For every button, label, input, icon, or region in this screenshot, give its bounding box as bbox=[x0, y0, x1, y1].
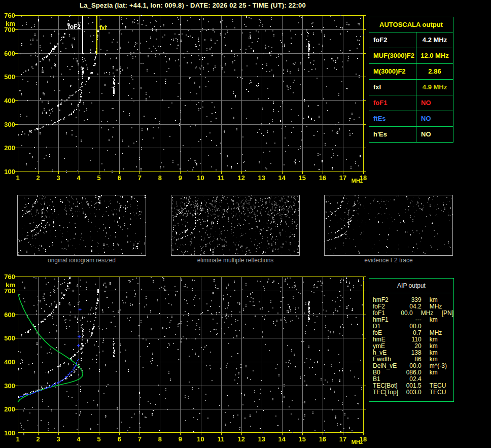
panel-original-ionogram bbox=[17, 195, 146, 256]
y-tick-label: 300 bbox=[0, 121, 15, 128]
x-tick-label: 1 bbox=[9, 175, 26, 182]
aip-row: TEC[Top]003.0TECU bbox=[369, 389, 453, 396]
x-tick-label: 4 bbox=[70, 436, 87, 443]
x-axis-unit-label: MHz bbox=[352, 439, 363, 445]
aip-output-table: AIP output hmF2339kmfoF204.2MHzfoF100.0M… bbox=[369, 278, 454, 402]
parameter-value: NO bbox=[416, 127, 453, 142]
y-tick-label: 600 bbox=[0, 50, 15, 57]
parameter-value: NO bbox=[416, 95, 453, 111]
y-tick-label: 200 bbox=[0, 406, 15, 413]
ionogram-bottom-plot bbox=[14, 277, 367, 436]
x-tick-label: 16 bbox=[314, 175, 331, 182]
x-tick-label: 10 bbox=[192, 436, 209, 443]
aip-parameter-name: TEC[Top] bbox=[369, 389, 400, 396]
aip-parameter-note: [PN] bbox=[442, 310, 453, 317]
aip-parameter-unit: km bbox=[430, 317, 453, 323]
y-tick-label: 200 bbox=[0, 145, 15, 152]
x-tick-label: 3 bbox=[50, 436, 67, 443]
panel-caption-evidence: evidence F2 trace bbox=[324, 257, 453, 264]
autoscala-window: { "header": { "title": "La_Spezia (lat: … bbox=[0, 0, 491, 448]
y-tick-label: 300 bbox=[0, 383, 15, 390]
x-tick-label: 2 bbox=[29, 436, 47, 443]
parameter-name: MUF(3000)F2 bbox=[369, 48, 416, 63]
x-tick-label: 7 bbox=[131, 436, 148, 443]
aip-parameter-value: 00.0 bbox=[396, 310, 413, 317]
x-axis-unit-label: MHz bbox=[352, 178, 363, 184]
autoscala-row: foF1NO bbox=[369, 95, 453, 111]
x-tick-label: 1 bbox=[9, 436, 26, 443]
x-tick-label: 4 bbox=[70, 175, 87, 182]
x-tick-label: 10 bbox=[192, 175, 209, 182]
parameter-value: 4.2 MHz bbox=[416, 32, 453, 48]
autoscala-row: M(3000)F22.86 bbox=[369, 64, 453, 80]
x-tick-label: 3 bbox=[50, 175, 67, 182]
x-tick-label: 14 bbox=[273, 175, 291, 182]
autoscala-row: foF24.2 MHz bbox=[369, 32, 453, 48]
x-tick-label: 17 bbox=[334, 175, 352, 182]
y-tick-label: 500 bbox=[0, 335, 15, 342]
y-tick-label: 760 bbox=[0, 12, 15, 19]
parameter-value: 4.9 MHz bbox=[416, 80, 453, 95]
y-tick-label: 760 bbox=[0, 273, 15, 281]
parameter-value: 2.86 bbox=[416, 64, 453, 79]
x-tick-label: 11 bbox=[213, 175, 230, 182]
parameter-name: foF1 bbox=[369, 95, 416, 111]
parameter-name: h'Es bbox=[369, 127, 416, 142]
x-tick-label: 15 bbox=[294, 436, 311, 443]
x-tick-label: 16 bbox=[314, 436, 331, 443]
eliminate-reflections-canvas bbox=[171, 195, 299, 255]
autoscala-row: ftEsNO bbox=[369, 111, 453, 127]
aip-table-title: AIP output bbox=[369, 279, 453, 293]
y-tick-label: 500 bbox=[0, 74, 15, 81]
panel-eliminate-reflections bbox=[171, 195, 300, 256]
y-tick-label: 400 bbox=[0, 359, 15, 366]
y-tick-label: 700 bbox=[0, 288, 15, 295]
x-tick-label: 2 bbox=[29, 175, 47, 182]
x-tick-label: 6 bbox=[111, 436, 128, 443]
x-tick-label: 9 bbox=[171, 175, 189, 182]
y-tick-label: 400 bbox=[0, 97, 15, 105]
x-tick-label: 14 bbox=[273, 436, 291, 443]
x-tick-label: 5 bbox=[90, 436, 108, 443]
x-tick-label: 17 bbox=[334, 436, 352, 443]
y-axis-unit-label: km bbox=[0, 282, 15, 289]
autoscala-row: MUF(3000)F212.0 MHz bbox=[369, 48, 453, 64]
autoscala-table-rows: foF24.2 MHzMUF(3000)F212.0 MHzM(3000)F22… bbox=[369, 32, 453, 142]
x-tick-label: 13 bbox=[253, 436, 270, 443]
x-tick-label: 12 bbox=[233, 175, 250, 182]
y-axis-unit-label: km bbox=[0, 20, 15, 27]
autoscala-row: fxI4.9 MHz bbox=[369, 80, 453, 95]
evidence-f2-trace-canvas bbox=[325, 195, 452, 255]
y-tick-label: 700 bbox=[0, 26, 15, 33]
autoscala-output-table: AUTOSCALA output foF24.2 MHzMUF(3000)F21… bbox=[369, 17, 453, 143]
aip-table-rows: hmF2339kmfoF204.2MHzfoF100.0MHz[PN]hmF1-… bbox=[369, 293, 453, 396]
x-tick-label: 8 bbox=[151, 175, 168, 182]
panel-caption-original: original ionogram resized bbox=[17, 257, 146, 264]
x-tick-label: 5 bbox=[90, 175, 108, 182]
autoscala-row: h'EsNO bbox=[369, 127, 453, 142]
x-tick-label: 6 bbox=[111, 175, 128, 182]
parameter-name: ftEs bbox=[369, 111, 416, 126]
parameter-value: 12.0 MHz bbox=[416, 48, 453, 63]
original-ionogram-canvas bbox=[18, 195, 146, 255]
panel-evidence-f2-trace bbox=[324, 195, 453, 256]
parameter-name: M(3000)F2 bbox=[369, 64, 416, 79]
parameter-value: NO bbox=[416, 111, 453, 126]
x-tick-label: 11 bbox=[213, 436, 230, 443]
y-tick-label: 600 bbox=[0, 312, 15, 319]
x-tick-label: 13 bbox=[253, 175, 270, 182]
aip-parameter-unit: km bbox=[430, 369, 453, 376]
aip-parameter-value: 003.0 bbox=[400, 389, 421, 396]
panel-caption-eliminate: eliminate multiple reflections bbox=[171, 257, 300, 264]
x-tick-label: 7 bbox=[131, 175, 148, 182]
parameter-name: foF2 bbox=[369, 32, 416, 48]
ionogram-top-plot bbox=[14, 15, 367, 175]
page-title: La_Spezia (lat: +44.1, lon: 009.8) - DAT… bbox=[20, 2, 365, 9]
autoscala-table-title: AUTOSCALA output bbox=[369, 17, 453, 32]
x-tick-label: 9 bbox=[171, 436, 189, 443]
parameter-name: fxI bbox=[369, 80, 416, 95]
x-tick-label: 15 bbox=[294, 175, 311, 182]
x-tick-label: 12 bbox=[233, 436, 250, 443]
x-tick-label: 8 bbox=[151, 436, 168, 443]
aip-parameter-unit: TECU bbox=[430, 389, 453, 396]
